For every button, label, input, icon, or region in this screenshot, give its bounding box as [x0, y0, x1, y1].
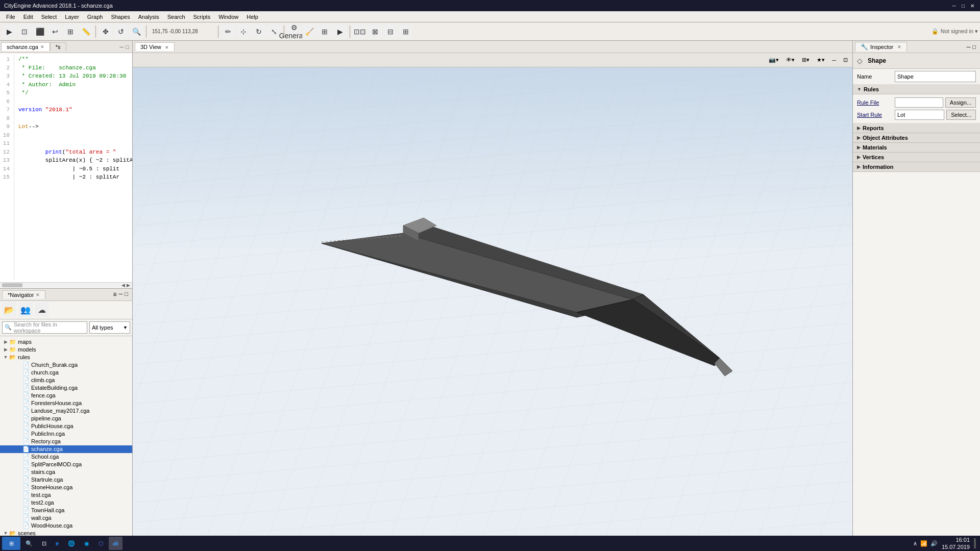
inspector-tab[interactable]: 🔧 Inspector ✕: [855, 42, 907, 52]
code-tab-schanze[interactable]: schanze.cga ✕: [1, 42, 50, 51]
toolbar-zoom-btn[interactable]: 🔍: [129, 24, 143, 39]
menu-scripts[interactable]: Scripts: [189, 13, 215, 21]
code-minimize-icon[interactable]: ─: [120, 44, 124, 50]
toolbar-clean-btn[interactable]: 🧹: [302, 24, 316, 39]
tree-item-maps[interactable]: ▶ 📁 maps: [0, 338, 132, 346]
toolbar-graph3-btn[interactable]: ⊟: [383, 24, 398, 39]
viewport-3d[interactable]: [133, 67, 852, 536]
toolbar-select-btn[interactable]: ⊡: [17, 24, 32, 39]
vp-layers-btn[interactable]: ⊞▾: [799, 55, 812, 65]
toolbar-signin[interactable]: 🔒 Not signed in ▾: [932, 28, 978, 35]
tree-item-publicinn[interactable]: 📄 PublicInn.cga: [0, 430, 132, 438]
tree-item-schanze[interactable]: 📄 schanze.cga: [0, 445, 132, 453]
vertices-section-header[interactable]: ▶ Vertices: [853, 153, 980, 162]
tree-item-rectory[interactable]: 📄 Rectory.cga: [0, 438, 132, 445]
taskbar-app1[interactable]: ⬡: [94, 537, 108, 550]
tree-item-foresters[interactable]: 📄 ForestersHouse.cga: [0, 399, 132, 407]
tree-item-stonehouse[interactable]: 📄 StoneHouse.cga: [0, 484, 132, 491]
viewport-tab-close[interactable]: ✕: [165, 45, 169, 50]
menu-search[interactable]: Search: [163, 13, 189, 21]
rule-file-value[interactable]: [895, 97, 943, 108]
insp-minimize-icon[interactable]: ─: [967, 44, 971, 50]
nav-tab-filter-icon[interactable]: ≡: [113, 291, 117, 298]
menu-shapes[interactable]: Shapes: [107, 13, 134, 21]
toolbar-pan-btn[interactable]: ✥: [99, 24, 113, 39]
taskbar-ie[interactable]: e: [52, 537, 63, 550]
shape-type-input[interactable]: [866, 55, 976, 66]
toolbar-rotate-btn[interactable]: ↻: [252, 24, 266, 39]
information-section-header[interactable]: ▶ Information: [853, 162, 980, 172]
code-maximize-icon[interactable]: □: [126, 44, 129, 50]
select-button[interactable]: Select...: [946, 110, 976, 120]
toolbar-generate-btn[interactable]: ⚙ Generate: [287, 24, 301, 39]
menu-edit[interactable]: Edit: [19, 13, 37, 21]
vp-camera-btn[interactable]: 📷▾: [766, 55, 781, 65]
search-input[interactable]: 🔍 Search for files in workspace: [2, 321, 87, 334]
materials-section-header[interactable]: ▶ Materials: [853, 143, 980, 153]
nav-tab-close[interactable]: ✕: [36, 292, 40, 297]
toolbar-play-btn[interactable]: ▶: [333, 24, 347, 39]
vp-zoom-out-btn[interactable]: ─: [829, 56, 839, 65]
tree-item-fence[interactable]: 📄 fence.cga: [0, 392, 132, 399]
tree-item-townhall[interactable]: 📄 TownHall.cga: [0, 507, 132, 514]
code-scrollbar-h[interactable]: ◀ ▶: [0, 282, 132, 288]
start-button[interactable]: ⊞: [2, 537, 20, 550]
assign-button[interactable]: Assign...: [945, 97, 976, 108]
tree-item-test[interactable]: 📄 test.cga: [0, 491, 132, 499]
tree-item-publichouse[interactable]: 📄 PublicHouse.cga: [0, 422, 132, 430]
inspector-tab-close[interactable]: ✕: [897, 44, 901, 49]
nav-refresh-btn[interactable]: ☁: [35, 303, 49, 317]
vp-maximize-btn[interactable]: ⊡: [841, 55, 850, 65]
toolbar-graph1-btn[interactable]: ⊡⊡: [353, 24, 367, 39]
toolbar-draw-btn[interactable]: ✏: [221, 24, 235, 39]
signin-label[interactable]: Not signed in ▾: [941, 28, 978, 35]
toolbar-align-btn[interactable]: ⊞: [317, 24, 332, 39]
reports-section-header[interactable]: ▶ Reports: [853, 123, 980, 133]
taskbar-edge[interactable]: ◉: [80, 537, 93, 550]
taskbar-chrome[interactable]: 🌐: [64, 537, 79, 550]
toolbar-undo-btn[interactable]: ↩: [48, 24, 62, 39]
tree-item-estate[interactable]: 📄 EstateBuilding.cga: [0, 384, 132, 392]
taskbar-ce1[interactable]: 🏙: [109, 537, 122, 550]
code-tab-close[interactable]: ✕: [40, 44, 44, 49]
tree-item-woodhouse[interactable]: 📄 WoodHouse.cga: [0, 522, 132, 530]
taskbar-search[interactable]: 🔍: [21, 537, 37, 550]
tray-up-icon[interactable]: ∧: [913, 540, 917, 547]
tree-item-stairs[interactable]: 📄 stairs.cga: [0, 468, 132, 476]
tree-item-church-burak[interactable]: 📄 Church_Burak.cga: [0, 361, 132, 369]
start-rule-value[interactable]: Lot: [895, 110, 944, 120]
maximize-button[interactable]: □: [960, 2, 967, 9]
tree-item-landuse[interactable]: 📄 Landuse_may2017.cga: [0, 407, 132, 415]
nav-add-scene-btn[interactable]: 👥: [18, 303, 33, 317]
tree-item-wall[interactable]: 📄 wall.cga: [0, 514, 132, 522]
menu-select[interactable]: Select: [37, 13, 61, 21]
tree-item-test2[interactable]: 📄 test2.cga: [0, 499, 132, 507]
navigator-tab[interactable]: *Navigator ✕: [2, 290, 45, 299]
toolbar-move-btn[interactable]: ⊹: [236, 24, 251, 39]
toolbar-ruler-btn[interactable]: 📏: [79, 24, 93, 39]
menu-window[interactable]: Window: [214, 13, 242, 21]
show-desktop-icon[interactable]: [974, 538, 976, 548]
menu-help[interactable]: Help: [242, 13, 262, 21]
nav-open-folder-btn[interactable]: 📂: [2, 303, 16, 317]
tree-item-splitparcel[interactable]: 📄 SplitParcelMOD.cga: [0, 461, 132, 468]
minimize-button[interactable]: ─: [950, 2, 958, 9]
tree-item-church[interactable]: 📄 church.cga: [0, 369, 132, 377]
toolbar-paint-btn[interactable]: ⬛: [33, 24, 47, 39]
toolbar-graph4-btn[interactable]: ⊞: [399, 24, 413, 39]
vp-eye-btn[interactable]: 👁▾: [783, 55, 797, 65]
menu-graph[interactable]: Graph: [83, 13, 107, 21]
vp-bookmark-btn[interactable]: ★▾: [814, 55, 827, 65]
menu-analysis[interactable]: Analysis: [134, 13, 163, 21]
toolbar-graph2-btn[interactable]: ⊠: [368, 24, 382, 39]
tree-item-climb[interactable]: 📄 climb.cga: [0, 377, 132, 384]
tree-item-startrule[interactable]: 📄 Startrule.cga: [0, 476, 132, 484]
toolbar-snap-btn[interactable]: ⊞: [63, 24, 78, 39]
toolbar-run-btn[interactable]: ▶: [2, 24, 16, 39]
taskbar-task-view[interactable]: ⊡: [38, 537, 51, 550]
code-content[interactable]: 12345 678910 1112131415 /** * File: scha…: [0, 53, 132, 282]
insp-maximize-icon[interactable]: □: [972, 44, 976, 50]
menu-file[interactable]: File: [2, 13, 19, 21]
code-tab-s[interactable]: *s: [50, 42, 66, 51]
titlebar-controls[interactable]: ─ □ ✕: [950, 2, 976, 9]
